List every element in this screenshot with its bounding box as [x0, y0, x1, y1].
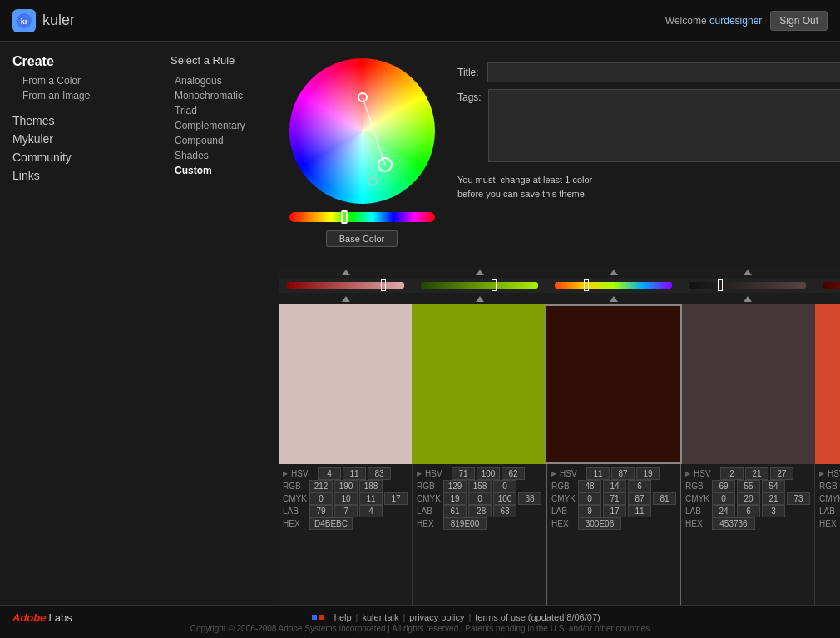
cmyk-y-4[interactable]: [762, 492, 785, 505]
cmyk-k-2[interactable]: [518, 492, 541, 505]
rgb-b-1[interactable]: [359, 480, 383, 492]
sidebar-item-from-image[interactable]: From an Image: [12, 88, 150, 103]
slider-4[interactable]: [689, 282, 806, 289]
sidebar-item-links[interactable]: Links: [12, 166, 150, 185]
swatch-5[interactable]: [815, 304, 840, 464]
footer-link-terms[interactable]: terms of use (updated 8/06/07): [475, 612, 600, 622]
footer-link-help[interactable]: help: [334, 612, 352, 622]
play-icon-4[interactable]: ▶: [685, 470, 690, 477]
rgb-g-1[interactable]: [334, 480, 358, 492]
cmyk-y-3[interactable]: [628, 492, 651, 505]
hue-thumb[interactable]: [341, 210, 348, 224]
lab-a-4[interactable]: [737, 505, 760, 517]
tags-input[interactable]: [488, 89, 840, 162]
cmyk-m-3[interactable]: [603, 492, 626, 505]
hsv-s-3[interactable]: [611, 467, 635, 480]
slider-2[interactable]: [421, 282, 538, 289]
footer-link-privacy[interactable]: privacy policy: [409, 612, 464, 622]
cmyk-m-1[interactable]: [334, 492, 358, 505]
play-icon-5[interactable]: ▶: [819, 470, 824, 477]
cmyk-c-4[interactable]: [712, 492, 735, 505]
rule-monochromatic[interactable]: Monochromatic: [170, 88, 270, 103]
lab-l-4[interactable]: [712, 505, 735, 517]
sidebar-item-mykuler[interactable]: Mykuler: [12, 130, 150, 148]
hsv-v-3[interactable]: [636, 467, 660, 480]
lab-a-3[interactable]: [603, 505, 626, 517]
rgb-b-2[interactable]: [493, 480, 516, 492]
cmyk-k-1[interactable]: [384, 492, 408, 505]
lab-b-1[interactable]: [359, 505, 383, 517]
rule-compound[interactable]: Compound: [170, 133, 270, 148]
rgb-r-3[interactable]: [578, 480, 601, 492]
triangle-2[interactable]: [476, 270, 484, 275]
cmyk-k-4[interactable]: [787, 492, 810, 505]
color-wheel-svg[interactable]: [289, 58, 435, 204]
lab-b-2[interactable]: [493, 505, 516, 517]
rule-custom[interactable]: Custom: [170, 163, 270, 178]
slider-1[interactable]: [287, 282, 404, 289]
play-icon-1[interactable]: ▶: [283, 470, 288, 477]
hsv-h-1[interactable]: [318, 467, 341, 480]
hsv-v-2[interactable]: [502, 467, 525, 480]
hsv-h-4[interactable]: [720, 467, 744, 480]
hsv-s-4[interactable]: [745, 467, 768, 480]
sidebar-item-community[interactable]: Community: [12, 148, 150, 166]
rgb-b-4[interactable]: [762, 480, 785, 492]
hex-val-4[interactable]: [712, 517, 755, 530]
slider-3[interactable]: [555, 282, 672, 289]
hsv-h-2[interactable]: [452, 467, 475, 480]
slider-thumb-1[interactable]: [381, 279, 386, 291]
cmyk-c-3[interactable]: [578, 492, 601, 505]
rgb-r-4[interactable]: [712, 480, 735, 492]
rule-triad[interactable]: Triad: [170, 103, 270, 118]
rgb-r-2[interactable]: [443, 480, 467, 492]
play-icon-2[interactable]: ▶: [417, 470, 422, 477]
swatch-3[interactable]: [545, 304, 681, 464]
swatch-2[interactable]: [412, 304, 545, 464]
cmyk-y-1[interactable]: [359, 492, 383, 505]
footer-link-kuler-talk[interactable]: kuler talk: [362, 612, 398, 622]
triangle2-4[interactable]: [744, 296, 752, 302]
hsv-v-4[interactable]: [770, 467, 793, 480]
rgb-b-3[interactable]: [628, 480, 651, 492]
lab-l-2[interactable]: [443, 505, 467, 517]
hsv-s-1[interactable]: [343, 467, 366, 480]
play-icon-3[interactable]: ▶: [551, 470, 556, 477]
rgb-g-2[interactable]: [468, 480, 492, 492]
rule-analogous[interactable]: Analogous: [170, 73, 270, 88]
lab-b-3[interactable]: [628, 505, 651, 517]
rgb-g-3[interactable]: [603, 480, 626, 492]
triangle2-3[interactable]: [610, 296, 618, 302]
triangle-1[interactable]: [342, 270, 350, 275]
cmyk-m-4[interactable]: [737, 492, 760, 505]
hsv-h-3[interactable]: [586, 467, 610, 480]
swatch-1[interactable]: [279, 304, 412, 464]
slider-thumb-2[interactable]: [492, 279, 497, 291]
sidebar-item-from-color[interactable]: From a Color: [12, 73, 150, 88]
lab-a-2[interactable]: [468, 505, 492, 517]
triangle-3[interactable]: [610, 270, 618, 275]
cmyk-k-3[interactable]: [653, 492, 676, 505]
cmyk-m-2[interactable]: [468, 492, 492, 505]
signout-button[interactable]: Sign Out: [770, 11, 828, 31]
hsv-v-1[interactable]: [368, 467, 391, 480]
lab-l-1[interactable]: [309, 505, 333, 517]
lab-a-1[interactable]: [334, 505, 358, 517]
rgb-g-4[interactable]: [737, 480, 760, 492]
cmyk-c-2[interactable]: [443, 492, 467, 505]
slider-5[interactable]: [823, 282, 840, 289]
rule-complementary[interactable]: Complementary: [170, 118, 270, 133]
triangle2-1[interactable]: [342, 296, 350, 302]
hex-val-1[interactable]: [309, 517, 353, 530]
rule-shades[interactable]: Shades: [170, 148, 270, 163]
rgb-r-1[interactable]: [309, 480, 333, 492]
cmyk-c-1[interactable]: [309, 492, 333, 505]
lab-b-4[interactable]: [762, 505, 785, 517]
slider-thumb-3[interactable]: [584, 279, 589, 291]
triangle2-2[interactable]: [476, 296, 484, 302]
color-wheel-container[interactable]: [289, 58, 435, 204]
lab-l-3[interactable]: [578, 505, 601, 517]
triangle-4[interactable]: [744, 270, 752, 275]
sidebar-item-themes[interactable]: Themes: [12, 111, 150, 130]
hex-val-3[interactable]: [578, 517, 621, 530]
